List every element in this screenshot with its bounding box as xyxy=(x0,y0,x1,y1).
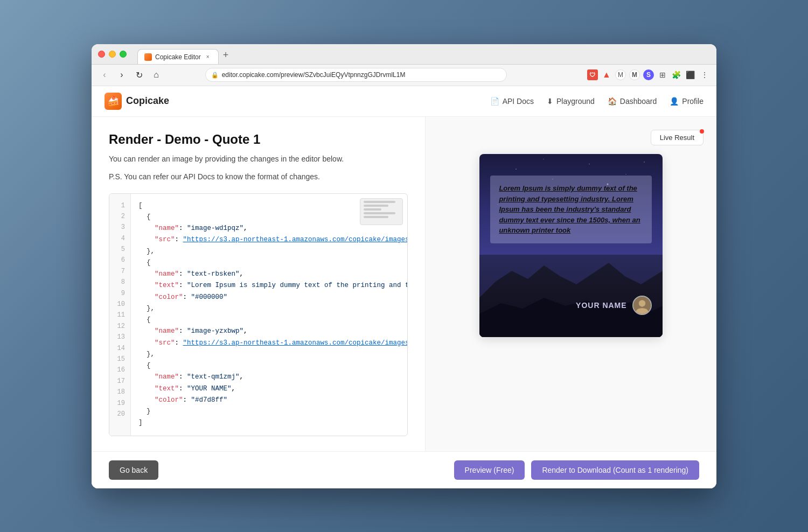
page-desc-1: You can render an image by providing the… xyxy=(109,153,408,165)
your-name-text: YOUR NAME xyxy=(576,301,627,310)
page-desc-2: P.S. You can refer our API Docs to know … xyxy=(109,171,408,183)
nav-link-api-docs[interactable]: 📄 API Docs xyxy=(490,97,534,106)
browser-toolbar: 🛡 ▲ M M S ⊞ 🧩 ⬛ ⋮ xyxy=(587,69,710,80)
code-line-10: }, xyxy=(138,303,400,314)
line-numbers: 12345 678910 1112131415 1617181920 xyxy=(109,194,131,436)
live-dot xyxy=(700,129,704,134)
titlebar: Copicake Editor × + xyxy=(92,44,716,65)
svg-point-2 xyxy=(638,300,645,306)
tab-favicon xyxy=(144,53,152,61)
dashboard-icon: 🏠 xyxy=(608,97,617,106)
code-editor-inner: 12345 678910 1112131415 1617181920 [ { "… xyxy=(109,194,407,436)
code-line-17: "text": "YOUR NAME", xyxy=(138,383,400,395)
nav-link-profile-label: Profile xyxy=(682,97,703,106)
url-text: editor.copicake.com/preview/SZvbcJuiEQyV… xyxy=(222,71,406,79)
extensions-icon: 🧩 xyxy=(671,69,682,80)
profile-icon: 👤 xyxy=(670,97,679,106)
page-title: Render - Demo - Quote 1 xyxy=(109,132,408,147)
new-tab-button[interactable]: + xyxy=(219,50,233,61)
tab-title: Copicake Editor xyxy=(155,53,201,61)
traffic-lights xyxy=(98,51,127,58)
preview-button[interactable]: Preview (Free) xyxy=(454,460,525,480)
downloads-icon: ⬛ xyxy=(685,69,696,80)
code-content: [ { "name": "image-wd1pqz", "src": "http… xyxy=(131,194,407,436)
lock-icon: 🔒 xyxy=(211,72,219,79)
code-line-12: "name": "image-yzxbwp", xyxy=(138,326,400,337)
app-nav: 🍰 Copicake 📄 API Docs ⬇ Playground 🏠 Das… xyxy=(92,86,716,117)
home-button[interactable]: ⌂ xyxy=(150,70,163,80)
code-editor[interactable]: 12345 678910 1112131415 1617181920 [ { "… xyxy=(109,193,408,436)
api-docs-icon: 📄 xyxy=(490,97,499,106)
back-button[interactable]: ‹ xyxy=(98,70,111,80)
nav-link-dashboard[interactable]: 🏠 Dashboard xyxy=(608,97,657,106)
code-line-14: }, xyxy=(138,349,400,360)
active-tab[interactable]: Copicake Editor × xyxy=(137,49,219,64)
code-line-20: ] xyxy=(138,417,400,429)
code-line-11: { xyxy=(138,314,400,326)
menu-icon[interactable]: ⋮ xyxy=(699,69,710,80)
code-line-4: "src": "https://s3.ap-northeast-1.amazon… xyxy=(138,234,400,246)
avatar xyxy=(632,296,652,315)
main-area: Render - Demo - Quote 1 You can render a… xyxy=(92,117,716,451)
app-logo: 🍰 Copicake xyxy=(105,93,169,110)
reload-button[interactable]: ↻ xyxy=(133,70,145,80)
code-line-19: } xyxy=(138,406,400,417)
addressbar: ‹ › ↻ ⌂ 🔒 editor.copicake.com/preview/SZ… xyxy=(92,65,716,86)
playground-icon: ⬇ xyxy=(547,97,553,106)
grid-icon: ⊞ xyxy=(657,69,668,80)
gmail-icon: M xyxy=(615,69,626,80)
code-line-6: { xyxy=(138,257,400,269)
right-action-buttons: Preview (Free) Render to Download (Count… xyxy=(454,460,699,480)
code-line-8: "text": "Lorem Ipsum is simply dummy tex… xyxy=(138,280,400,291)
nav-link-playground[interactable]: ⬇ Playground xyxy=(547,97,595,106)
go-back-button[interactable]: Go back xyxy=(109,460,158,480)
logo-icon: 🍰 xyxy=(105,93,122,110)
quote-box: Lorem Ipsum is simply dummy text of the … xyxy=(490,176,651,243)
stripe-icon: S xyxy=(643,69,654,80)
code-line-15: { xyxy=(138,360,400,372)
quote-text: Lorem Ipsum is simply dummy text of the … xyxy=(499,183,643,236)
preview-image-container: Lorem Ipsum is simply dummy text of the … xyxy=(479,154,663,337)
render-button[interactable]: Render to Download (Count as 1 rendering… xyxy=(531,460,699,480)
code-line-7: "name": "text-rbsken", xyxy=(138,269,400,280)
right-panel: Live Result xyxy=(426,117,716,451)
nav-link-profile[interactable]: 👤 Profile xyxy=(670,97,703,106)
code-line-13: "src": "https://s3.ap-northeast-1.amazon… xyxy=(138,338,400,349)
nav-links: 📄 API Docs ⬇ Playground 🏠 Dashboard 👤 Pr… xyxy=(490,97,703,106)
close-button[interactable] xyxy=(98,51,105,58)
live-result-bar: Live Result xyxy=(651,130,703,145)
medium-icon: M xyxy=(629,69,640,80)
live-result-button[interactable]: Live Result xyxy=(651,130,703,145)
maximize-button[interactable] xyxy=(120,51,127,58)
browser-window: Copicake Editor × + ‹ › ↻ ⌂ 🔒 editor.cop… xyxy=(92,44,716,488)
code-line-18: "color": "#d7d8ff" xyxy=(138,395,400,406)
code-line-5: }, xyxy=(138,246,400,257)
live-result-label: Live Result xyxy=(660,134,694,142)
shield-icon: 🛡 xyxy=(587,69,598,80)
forward-button[interactable]: › xyxy=(115,70,128,80)
url-bar[interactable]: 🔒 editor.copicake.com/preview/SZvbcJuiEQ… xyxy=(205,68,507,82)
nav-link-playground-label: Playground xyxy=(556,97,595,106)
minimize-button[interactable] xyxy=(109,51,116,58)
left-panel: Render - Demo - Quote 1 You can render a… xyxy=(92,117,426,451)
code-line-16: "name": "text-qm1zmj", xyxy=(138,372,400,383)
app-content: 🍰 Copicake 📄 API Docs ⬇ Playground 🏠 Das… xyxy=(92,86,716,488)
triangle-icon: ▲ xyxy=(601,69,612,80)
code-line-9: "color": "#000000" xyxy=(138,292,400,303)
logo-text: Copicake xyxy=(126,95,169,107)
bottom-name-bar: YOUR NAME xyxy=(490,296,651,315)
bottom-actions: Go back Preview (Free) Render to Downloa… xyxy=(92,451,716,488)
nav-link-api-docs-label: API Docs xyxy=(503,97,534,106)
tab-close-button[interactable]: × xyxy=(204,53,212,61)
code-editor-overlay xyxy=(360,198,403,225)
tab-bar: Copicake Editor × + xyxy=(137,44,710,64)
preview-image: Lorem Ipsum is simply dummy text of the … xyxy=(479,154,663,337)
nav-link-dashboard-label: Dashboard xyxy=(620,97,657,106)
